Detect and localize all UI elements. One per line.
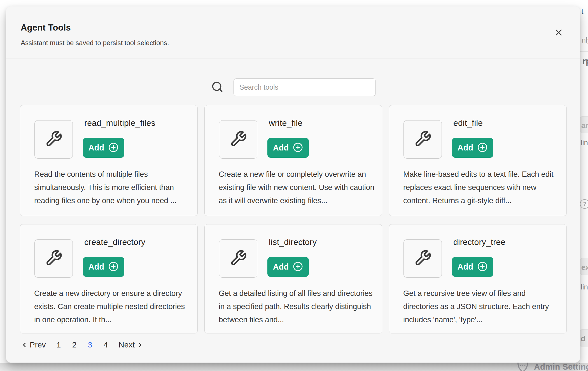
tool-card: directory_tree Add Get a recursive tree … (389, 224, 567, 333)
tool-description: Get a detailed listing of all files and … (219, 287, 374, 326)
add-button-label: Add (273, 143, 289, 152)
add-button-label: Add (458, 143, 473, 152)
add-tool-button[interactable]: Add (452, 257, 493, 277)
chevron-left-icon (21, 341, 28, 349)
circle-plus-icon (293, 142, 303, 154)
add-tool-button[interactable]: Add (267, 257, 309, 277)
pagination: Prev 1 2 3 4 Next (21, 340, 144, 349)
add-tool-button[interactable]: Add (452, 138, 493, 158)
tool-card: list_directory Add Get a detailed listin… (204, 224, 382, 333)
tool-icon-box (34, 120, 73, 159)
background-text-fragment: ling (581, 283, 588, 291)
admin-settings-label: Admin Settings (534, 362, 588, 371)
background-text-fragment: rpr (582, 56, 588, 66)
dialog-subtitle: Assistant must be saved to persist tool … (21, 39, 169, 47)
x-icon (554, 27, 564, 38)
pagination-next-button[interactable]: Next (119, 340, 144, 349)
tool-icon-box (403, 120, 442, 159)
tool-name: write_file (269, 118, 302, 128)
tool-name: edit_file (453, 118, 483, 128)
pagination-page-1[interactable]: 1 (56, 340, 62, 349)
background-bottom-strip (0, 363, 588, 371)
tool-description: Make line-based edits to a text file. Ea… (403, 168, 559, 207)
add-button-label: Add (88, 143, 104, 152)
add-tool-button[interactable]: Add (83, 257, 124, 277)
help-icon: ? (580, 199, 588, 209)
search-input[interactable] (234, 78, 376, 96)
add-tool-button[interactable]: Add (267, 138, 309, 158)
background-text-fragment: ard (581, 121, 588, 130)
wrench-icon (230, 130, 247, 149)
background-text-fragment: d A (581, 334, 588, 343)
add-button-label: Add (88, 262, 104, 272)
wrench-icon (230, 249, 247, 268)
pagination-prev-label: Prev (30, 340, 46, 349)
tool-name: create_directory (84, 237, 145, 247)
background-text-fragment: ext (581, 263, 588, 272)
tool-name: directory_tree (453, 237, 505, 247)
background-text-fragment: t (581, 7, 584, 16)
add-button-label: Add (458, 262, 473, 272)
wrench-icon (414, 249, 431, 268)
close-button[interactable] (552, 27, 565, 39)
circle-plus-icon (477, 261, 488, 273)
page-background: t nly rpr ard ling ? ext ling d A Admin … (0, 0, 588, 371)
background-text-fragment: nly (582, 36, 588, 44)
wrench-icon (45, 249, 62, 268)
tool-card: edit_file Add Make line-based edits to a… (389, 105, 567, 216)
tool-icon-box (219, 120, 257, 159)
tool-icon-box (403, 239, 442, 278)
tool-icon-box (34, 239, 73, 278)
tool-card: create_directory Add Create a new direct… (20, 224, 198, 333)
tool-icon-box (219, 239, 257, 278)
add-tool-button[interactable]: Add (83, 138, 124, 158)
wrench-icon (45, 130, 62, 149)
header-divider (6, 59, 580, 59)
chevron-right-icon (136, 341, 144, 349)
tool-description: Create a new directory or ensure a direc… (34, 287, 190, 326)
tool-card: read_multiple_files Add Read the content… (20, 105, 198, 216)
tool-card: write_file Add Create a new file or comp… (204, 105, 382, 216)
circle-plus-icon (108, 142, 119, 154)
tool-name: list_directory (269, 237, 317, 247)
dialog-title: Agent Tools (21, 23, 71, 33)
pagination-page-2[interactable]: 2 (72, 340, 77, 349)
pagination-page-3-active[interactable]: 3 (87, 340, 93, 349)
background-text-fragment: ling (581, 138, 588, 147)
tool-description: Read the contents of multiple files simu… (34, 168, 190, 207)
pagination-page-4[interactable]: 4 (103, 340, 109, 349)
add-button-label: Add (273, 262, 289, 272)
tool-description: Get a recursive tree view of files and d… (403, 287, 559, 326)
pagination-next-label: Next (119, 340, 135, 349)
circle-plus-icon (108, 261, 119, 273)
agent-tools-dialog: Agent Tools Assistant must be saved to p… (6, 6, 580, 363)
tool-name: read_multiple_files (84, 118, 155, 128)
pagination-prev-button[interactable]: Prev (21, 340, 46, 349)
circle-plus-icon (477, 142, 488, 154)
circle-plus-icon (293, 261, 303, 273)
background-divider (580, 51, 588, 52)
search-icon (211, 80, 224, 94)
tool-description: Create a new file or completely overwrit… (219, 168, 374, 207)
wrench-icon (414, 130, 431, 149)
